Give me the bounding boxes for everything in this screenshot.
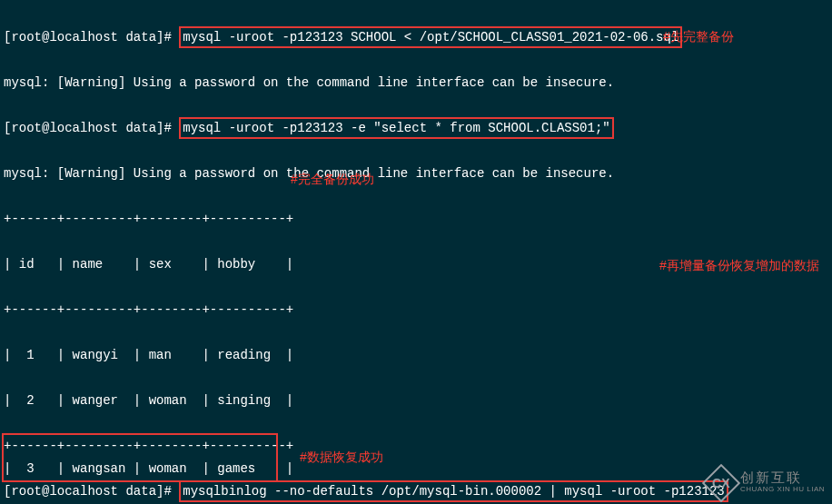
watermark-sub-text: CHUANG XIN HU LIAN [740,483,825,495]
shell-prompt: [root@localhost data]# [4,121,179,135]
command-2: mysql -uroot -p123123 -e "select * from … [183,121,609,135]
command-1: mysql -uroot -p123123 SCHOOL < /opt/SCHO… [183,30,678,44]
annotation-restore-success: #数据恢复成功 [300,450,383,466]
new-rows-block: | 3 | wangsan | woman | games | | 4 | wa… [4,435,293,504]
watermark-main-text: 创新互联 [740,471,825,483]
shell-prompt: [root@localhost data]# [4,30,179,44]
watermark: CX 创新互联 CHUANG XIN HU LIAN [708,469,825,497]
table-separator: +------+---------+--------+----------+ [4,208,828,231]
table-row: | 2 | wanger | woman | singing | [4,390,828,412]
mysql-warning: mysql: [Warning] Using a password on the… [4,163,828,185]
table-separator: +------+---------+--------+----------+ [4,299,828,321]
watermark-logo-icon: CX [702,464,740,502]
command-2-box: mysql -uroot -p123123 -e "select * from … [179,117,613,139]
terminal-output: [root@localhost data]# mysql -uroot -p12… [0,0,832,504]
annotation-incremental: #再增量备份恢复增加的数据 [659,258,819,274]
annotation-full-backup: #先完整备份 [663,29,734,45]
table-row: | 1 | wangyi | man | reading | [4,344,828,367]
annotation-full-success: #完全备份成功 [291,172,374,188]
mysql-warning: mysql: [Warning] Using a password on the… [4,72,828,94]
table-row: | 3 | wangsan | woman | games | [4,458,293,480]
command-1-box: mysql -uroot -p123123 SCHOOL < /opt/SCHO… [179,26,682,48]
